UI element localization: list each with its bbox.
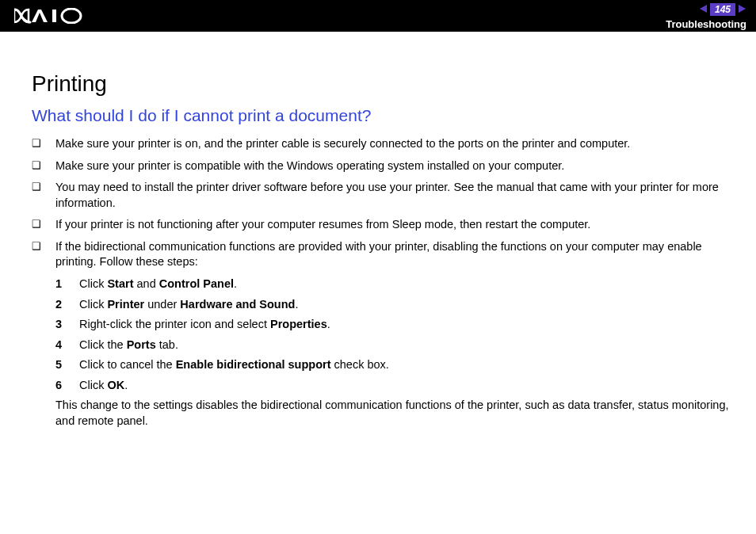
list-item: ❑ If your printer is not functioning aft… <box>32 217 734 233</box>
page-navigation: 145 <box>699 2 746 17</box>
page-header: 145 Troubleshooting <box>0 0 756 32</box>
bullet-icon: ❑ <box>32 217 55 231</box>
list-item: ❑ Make sure your printer is on, and the … <box>32 136 734 152</box>
page-content: Printing What should I do if I cannot pr… <box>0 32 756 429</box>
svg-point-1 <box>62 9 81 23</box>
bullet-icon: ❑ <box>32 136 55 151</box>
bullet-list: ❑ Make sure your printer is on, and the … <box>32 136 734 270</box>
step-list: 1 Click Start and Control Panel. 2 Click… <box>32 277 734 393</box>
svg-marker-2 <box>700 5 707 13</box>
question-heading: What should I do if I cannot print a doc… <box>32 106 734 125</box>
svg-rect-0 <box>52 10 56 22</box>
page-title: Printing <box>32 71 734 97</box>
next-page-icon[interactable] <box>737 2 746 17</box>
list-item: ❑ If the bidirectional communication fun… <box>32 239 734 270</box>
vaio-logo <box>14 8 87 24</box>
bullet-icon: ❑ <box>32 180 55 194</box>
svg-marker-3 <box>739 5 746 13</box>
step-item: 1 Click Start and Control Panel. <box>55 277 734 292</box>
step-item: 5 Click to cancel the Enable bidirection… <box>55 357 734 373</box>
page-number: 145 <box>710 3 735 16</box>
step-item: 3 Right-click the printer icon and selec… <box>55 317 734 333</box>
step-item: 2 Click Printer under Hardware and Sound… <box>55 297 734 313</box>
prev-page-icon[interactable] <box>699 2 708 17</box>
step-item: 4 Click the Ports tab. <box>55 338 734 353</box>
bullet-icon: ❑ <box>32 158 55 173</box>
list-item: ❑ Make sure your printer is compatible w… <box>32 158 734 174</box>
followup-text: This change to the settings disables the… <box>32 398 734 429</box>
section-label: Troubleshooting <box>666 18 746 30</box>
list-item: ❑ You may need to install the printer dr… <box>32 180 734 211</box>
step-item: 6 Click OK. <box>55 378 734 394</box>
bullet-icon: ❑ <box>32 239 55 254</box>
